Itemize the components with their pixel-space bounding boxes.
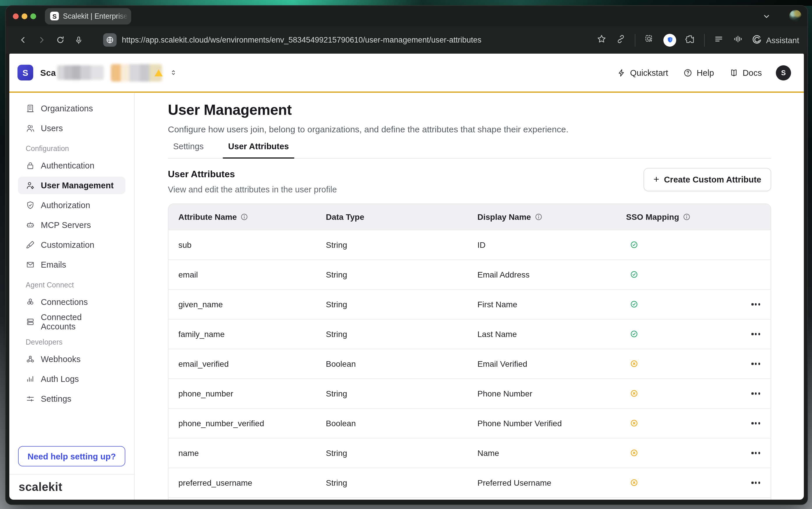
data-type-cell: String: [326, 240, 478, 249]
desktop: S Scalekit | Enterprise Ready A: [0, 0, 812, 509]
zoom-window-button[interactable]: [30, 13, 36, 19]
info-icon[interactable]: [241, 213, 249, 221]
sidebar-item-authorization[interactable]: Authorization: [18, 197, 125, 214]
sidebar-item-emails[interactable]: Emails: [18, 256, 125, 273]
reload-icon[interactable]: [53, 33, 67, 47]
close-window-button[interactable]: [13, 13, 19, 19]
help-button[interactable]: Help: [683, 68, 714, 77]
table-row: name String Name: [169, 438, 771, 468]
tab-title-fade: [116, 8, 131, 24]
attribute-name-cell: sub: [169, 240, 326, 249]
section-header: User Attributes View and edit the attrib…: [168, 168, 771, 195]
sso-mapped-check-icon: [630, 330, 638, 338]
waveform-icon[interactable]: [733, 34, 743, 46]
sidebar-item-webhooks[interactable]: Webhooks: [18, 350, 125, 368]
data-type-cell: String: [326, 330, 478, 339]
row-actions-menu[interactable]: [724, 422, 771, 424]
display-name-cell: Phone Number: [478, 389, 626, 398]
sidebar-item-users[interactable]: Users: [18, 120, 125, 137]
sidebar-section-configuration: Configuration: [26, 145, 125, 153]
sidebar-footer: scalekit: [9, 474, 134, 500]
display-name-cell: Phone Number Verified: [478, 419, 626, 428]
table-row: preferred_username String Preferred User…: [169, 468, 771, 497]
find-in-page-icon[interactable]: [644, 34, 655, 46]
assistant-button[interactable]: Assistant: [752, 35, 799, 45]
create-custom-attribute-button[interactable]: + Create Custom Attribute: [643, 168, 771, 191]
user-gear-icon: [26, 181, 35, 190]
menu-lines-icon[interactable]: [713, 34, 724, 46]
display-name-cell: First Name: [478, 300, 626, 309]
warning-triangle-icon: [154, 69, 162, 76]
minimize-window-button[interactable]: [22, 13, 27, 19]
browser-profile-icon[interactable]: [789, 10, 802, 22]
row-actions-menu[interactable]: [724, 333, 771, 335]
toolbar-divider: [635, 34, 635, 46]
sidebar-section-developers: Developers: [26, 338, 125, 346]
sidebar-item-settings[interactable]: Settings: [18, 390, 125, 408]
browser-window: S Scalekit | Enterprise Ready A: [5, 5, 808, 505]
globe-icon[interactable]: [103, 33, 116, 47]
table-row: phone_number_verified Boolean Phone Numb…: [169, 408, 771, 438]
display-name-cell: Preferred Username: [478, 478, 626, 487]
sidebar-item-connections[interactable]: Connections: [18, 293, 125, 311]
data-type-cell: String: [326, 300, 478, 309]
row-actions-menu[interactable]: [724, 363, 771, 365]
user-avatar[interactable]: S: [776, 65, 791, 80]
table-header-row: Attribute Name Data Type Display Name: [169, 204, 771, 230]
forward-icon[interactable]: [34, 33, 48, 47]
row-actions-menu[interactable]: [724, 452, 771, 454]
tab-list-chevron-icon[interactable]: [763, 12, 771, 20]
sidebar-item-connected-accounts[interactable]: Connected Accounts: [18, 313, 125, 331]
sidebar-item-customization[interactable]: Customization: [18, 236, 125, 253]
address-bar[interactable]: https://app.scalekit.cloud/ws/environmen…: [122, 36, 589, 44]
data-type-cell: String: [326, 270, 478, 279]
quickstart-button[interactable]: Quickstart: [617, 68, 668, 77]
tab-user-attributes[interactable]: User Attributes: [223, 139, 294, 158]
column-attribute-name: Attribute Name: [169, 212, 326, 222]
scalekit-app: S Sca Quickstart Help: [9, 54, 804, 500]
column-sso-mapping: SSO Mapping: [626, 212, 724, 222]
sidebar-item-mcp-servers[interactable]: MCP Servers: [18, 216, 125, 234]
docs-button[interactable]: Docs: [729, 68, 762, 77]
sso-unmapped-x-icon: [630, 360, 638, 368]
tab-settings[interactable]: Settings: [168, 139, 209, 158]
workspace-switcher-chevron-icon[interactable]: [169, 69, 177, 76]
attribute-name-cell: preferred_username: [169, 478, 326, 487]
sidebar-item-auth-logs[interactable]: Auth Logs: [18, 370, 125, 388]
sso-mapped-check-icon: [630, 271, 638, 279]
bar-chart-icon: [26, 374, 35, 384]
row-actions-menu[interactable]: [724, 303, 771, 305]
row-actions-menu[interactable]: [724, 393, 771, 395]
workspace-name-redacted: [57, 65, 103, 80]
bookmark-star-icon[interactable]: [596, 34, 607, 46]
paintbrush-icon: [26, 240, 35, 249]
help-circle-icon: [683, 68, 693, 77]
sso-mapped-check-icon: [630, 241, 638, 249]
table-row: sub String ID: [169, 230, 771, 260]
mic-icon[interactable]: [72, 33, 86, 47]
back-icon[interactable]: [16, 33, 30, 47]
sidebar-item-authentication[interactable]: Authentication: [18, 157, 125, 174]
attribute-name-cell: email_verified: [169, 359, 326, 369]
tab-bar: Settings User Attributes: [168, 139, 771, 159]
display-name-cell: Email Address: [478, 270, 626, 279]
user-attributes-table: Attribute Name Data Type Display Name: [168, 203, 771, 500]
copy-link-icon[interactable]: [615, 34, 626, 46]
info-icon[interactable]: [682, 213, 691, 221]
need-help-button[interactable]: Need help setting up?: [18, 446, 125, 467]
section-title: User Attributes: [168, 168, 337, 181]
bolt-icon: [617, 68, 626, 77]
extensions-puzzle-icon[interactable]: [685, 34, 696, 46]
attribute-name-cell: phone_number_verified: [169, 419, 326, 428]
browser-tab[interactable]: S Scalekit | Enterprise Ready A: [45, 8, 131, 24]
tab-favicon: S: [50, 12, 59, 21]
sso-mapped-check-icon: [630, 301, 638, 308]
password-manager-shield-icon[interactable]: [663, 34, 676, 46]
building-icon: [26, 104, 35, 113]
sidebar: Organizations Users Configuration Authen…: [9, 93, 135, 500]
toolbar-divider: [704, 34, 705, 46]
sidebar-item-organizations[interactable]: Organizations: [18, 100, 125, 117]
info-icon[interactable]: [534, 213, 543, 221]
row-actions-menu[interactable]: [724, 482, 771, 484]
sidebar-item-user-management[interactable]: User Management: [18, 177, 125, 194]
